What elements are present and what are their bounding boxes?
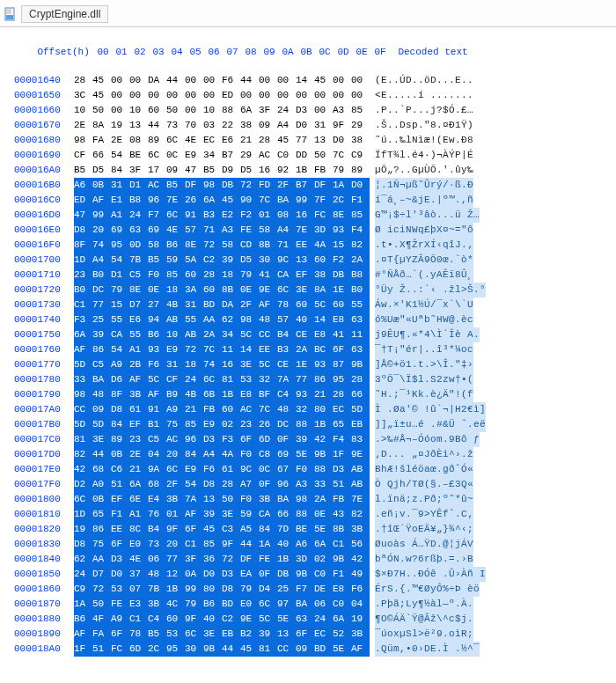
hex-byte[interactable]: 13 (314, 133, 333, 148)
hex-byte[interactable]: 59 (166, 253, 185, 268)
hex-byte[interactable]: C9 (74, 582, 92, 597)
hex-byte[interactable]: 92 (277, 163, 296, 178)
hex-byte[interactable]: 28 (222, 477, 240, 492)
hex-byte[interactable]: 1B (166, 582, 185, 597)
hex-row[interactable]: 000016A0B5D5843F170947B5D9D516921BFB7989… (14, 163, 616, 178)
hex-byte[interactable]: 72 (203, 238, 222, 253)
hex-byte[interactable]: 45 (240, 642, 259, 657)
hex-byte[interactable]: 8B (259, 238, 277, 253)
hex-byte[interactable]: 57 (277, 312, 296, 327)
hex-byte[interactable]: BA (277, 492, 296, 507)
hex-byte[interactable]: D3 (333, 462, 351, 477)
hex-byte[interactable]: 18 (185, 357, 203, 372)
hex-byte[interactable]: BA (277, 193, 296, 208)
hex-byte[interactable]: D0 (111, 567, 129, 582)
hex-byte[interactable]: 81 (259, 642, 277, 657)
hex-byte[interactable]: FA (92, 133, 111, 148)
hex-byte[interactable]: 49 (351, 567, 370, 582)
hex-byte[interactable]: 40 (296, 312, 314, 327)
hex-byte[interactable]: 59 (240, 507, 259, 522)
hex-byte[interactable]: 38 (240, 118, 259, 133)
hex-byte[interactable]: 10 (74, 103, 92, 118)
hex-byte[interactable]: 00 (314, 103, 333, 118)
hex-byte[interactable]: 4B (185, 387, 203, 402)
hex-byte[interactable]: A1 (129, 507, 148, 522)
hex-byte[interactable]: D1 (111, 268, 129, 283)
hex-byte[interactable]: 82 (351, 507, 370, 522)
decoded-text[interactable]: ˜H.;¯¹Kk.è¿Ä"!(f (375, 387, 473, 402)
hex-byte[interactable]: 80 (314, 402, 333, 417)
hex-byte[interactable]: 58 (259, 223, 277, 238)
hex-byte[interactable]: 13 (277, 627, 296, 642)
decoded-text[interactable]: G™¡$÷l'³âò...ü Ž… (375, 208, 480, 223)
hex-byte[interactable]: 00 (203, 73, 222, 88)
hex-byte[interactable]: BD (203, 297, 222, 312)
hex-byte[interactable]: B6 (166, 238, 185, 253)
hex-byte[interactable]: 38 (351, 133, 370, 148)
hex-byte[interactable]: 25 (277, 582, 296, 597)
hex-byte[interactable]: EC (203, 133, 222, 148)
hex-byte[interactable]: 2C (333, 193, 351, 208)
hex-byte[interactable]: 0F (259, 477, 277, 492)
hex-byte[interactable]: 3B (129, 387, 148, 402)
decoded-text[interactable]: bªÓN.w?6rßþ.=.›B (375, 552, 473, 567)
hex-byte[interactable]: ED (222, 88, 240, 103)
hex-byte[interactable]: AF (74, 627, 92, 642)
hex-row[interactable]: 000016D04799A124F76C91B3E2F2010816FC8E85… (14, 208, 616, 223)
hex-byte[interactable]: 04 (148, 447, 166, 462)
hex-byte[interactable]: 31 (111, 178, 129, 193)
hex-byte[interactable]: 98 (74, 133, 92, 148)
hex-byte[interactable]: DB (222, 178, 240, 193)
hex-row[interactable]: 00001720B0DC798E0E183A608B0E9E6C3E8A1EB0… (14, 283, 616, 297)
hex-row[interactable]: 00001740F32555E694AB55AA629848574014E863… (14, 312, 616, 327)
hex-byte[interactable]: 54 (111, 253, 129, 268)
hex-byte[interactable]: FC (314, 208, 333, 223)
hex-byte[interactable]: 85 (351, 103, 370, 118)
hex-byte[interactable]: 31 (166, 357, 185, 372)
hex-byte[interactable]: 6C (166, 133, 185, 148)
decoded-text[interactable]: ¦.1Ñ¬µß˜Ûrý/·ß.Ð (375, 178, 473, 193)
hex-byte[interactable]: 5C (240, 327, 259, 342)
hex-byte[interactable]: 06 (148, 552, 166, 567)
hex-byte[interactable]: 8A (92, 118, 111, 133)
hex-byte[interactable]: F3 (222, 432, 240, 447)
hex-byte[interactable]: E8 (240, 387, 259, 402)
hex-byte[interactable]: 00 (333, 73, 351, 88)
hex-byte[interactable]: 9C (240, 462, 259, 477)
hex-byte[interactable]: 8F (74, 238, 92, 253)
hex-byte[interactable]: 57 (185, 223, 203, 238)
hex-byte[interactable]: 6C (277, 283, 296, 297)
hex-byte[interactable]: 56 (351, 537, 370, 552)
hex-byte[interactable]: 33 (74, 372, 92, 387)
hex-byte[interactable]: D1 (129, 178, 148, 193)
hex-byte[interactable]: DE (314, 582, 333, 597)
hex-row[interactable]: 000017E04268C6219A6CE9F6619C0C67F088D3AB… (14, 462, 616, 477)
hex-byte[interactable]: E1 (111, 193, 129, 208)
hex-byte[interactable]: A9 (111, 612, 129, 627)
hex-byte[interactable]: 75 (92, 537, 111, 552)
hex-byte[interactable]: 61 (222, 462, 240, 477)
hex-byte[interactable]: 66 (351, 387, 370, 402)
hex-byte[interactable]: E0 (240, 597, 259, 612)
hex-byte[interactable]: 38 (314, 268, 333, 283)
decoded-text[interactable]: ÏfT¾l.é4·)¬ÀÝP|É (375, 148, 473, 163)
hex-byte[interactable]: 7E (351, 492, 370, 507)
hex-byte[interactable]: AB (351, 462, 370, 477)
hex-byte[interactable]: AF (74, 342, 92, 357)
hex-byte[interactable]: 6F (333, 342, 351, 357)
hex-byte[interactable]: 0B (92, 178, 111, 193)
hex-byte[interactable]: 01 (166, 507, 185, 522)
hex-byte[interactable]: 5D (74, 417, 92, 432)
hex-byte[interactable]: CA (111, 327, 129, 342)
hex-byte[interactable]: 9F (333, 118, 351, 133)
hex-byte[interactable]: B0 (74, 283, 92, 297)
hex-byte[interactable]: D3 (111, 552, 129, 567)
hex-byte[interactable]: 4C (166, 597, 185, 612)
hex-byte[interactable]: 09 (166, 163, 185, 178)
hex-byte[interactable]: 3E (92, 432, 111, 447)
hex-byte[interactable]: 00 (166, 88, 185, 103)
hex-byte[interactable]: 27 (148, 297, 166, 312)
hex-byte[interactable]: 67 (277, 462, 296, 477)
hex-byte[interactable]: 50 (92, 103, 111, 118)
hex-byte[interactable]: 42 (351, 552, 370, 567)
